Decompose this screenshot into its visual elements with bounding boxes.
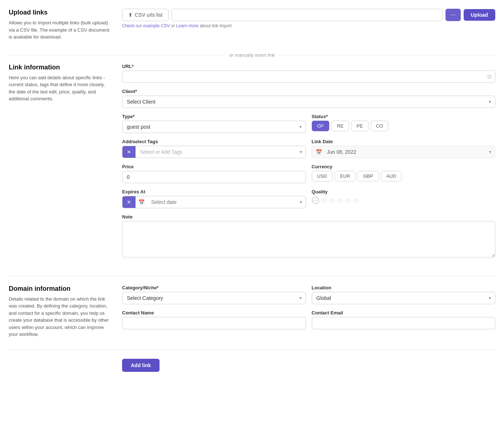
quality-star-5[interactable]: ☆ — [352, 196, 359, 205]
location-select[interactable]: Global — [312, 292, 496, 304]
link-date-group: Link Date 📅 Jun 08, 2022 ▾ — [312, 139, 496, 158]
quality-group: Quality — ☆ ☆ ☆ ☆ ☆ — [312, 189, 496, 208]
category-select[interactable]: Select Category — [122, 292, 306, 304]
url-input-wrapper: ⊡ — [122, 71, 495, 83]
status-re-btn[interactable]: RE — [331, 121, 349, 131]
or-text: or — [171, 23, 175, 28]
status-buttons: OP RE PE CO — [312, 121, 496, 131]
price-currency-row: Price Currency USD EUR GBP AUD — [122, 164, 495, 183]
note-group: Note — [122, 214, 495, 258]
contact-name-group: Contact Name — [122, 310, 306, 329]
currency-eur-btn[interactable]: EUR — [335, 171, 355, 181]
section-divider — [9, 276, 495, 276]
quality-star-2[interactable]: ☆ — [328, 196, 335, 205]
expires-clear-btn[interactable]: ✕ — [122, 196, 136, 208]
type-group: Type* guest post niche edit homepage oth… — [122, 114, 306, 133]
location-group: Location Global — [312, 285, 496, 304]
expires-input[interactable] — [147, 196, 293, 208]
link-date-value: Jun 08, 2022 — [326, 146, 486, 158]
tags-select[interactable]: Select or Add Tags — [136, 146, 296, 158]
tags-chevron-icon: ▾ — [296, 146, 306, 157]
link-info-description: Here you can add details about specific … — [9, 74, 110, 103]
quality-star-1[interactable]: ☆ — [320, 196, 327, 205]
dots-btn[interactable]: ··· — [445, 9, 460, 21]
divider-text: or manually insert link — [229, 52, 275, 58]
link-info-section: Link information Here you can add detail… — [9, 64, 495, 264]
tags-date-row: Add/select Tags ✕ Select or Add Tags ▾ L… — [122, 139, 495, 158]
link-info-title: Link information — [9, 64, 110, 71]
check-csv-link[interactable]: Check our example CSV — [122, 23, 170, 28]
domain-info-title: Domain information — [9, 285, 110, 293]
tags-group: Add/select Tags ✕ Select or Add Tags ▾ — [122, 139, 306, 158]
link-info-left: Link information Here you can add detail… — [9, 64, 110, 264]
contact-email-group: Contact Email — [312, 310, 496, 329]
tags-label: Add/select Tags — [122, 139, 306, 144]
category-group: Category/Niche* Select Category — [122, 285, 306, 304]
location-select-wrapper: Global — [312, 292, 496, 304]
contact-row: Contact Name Contact Email — [122, 310, 495, 329]
contact-name-label: Contact Name — [122, 310, 306, 316]
url-group: URL* ⊡ — [122, 64, 495, 83]
date-chevron-icon: ▾ — [485, 146, 495, 157]
url-label: URL* — [122, 64, 495, 69]
status-pe-btn[interactable]: PE — [351, 121, 368, 131]
quality-label: Quality — [312, 189, 496, 194]
add-link-btn[interactable]: Add link — [122, 359, 160, 372]
client-label: Client* — [122, 89, 495, 94]
client-group: Client* Select Client — [122, 89, 495, 108]
expires-quality-row: Expires At ✕ 📅 ▾ Quality — ☆ ☆ ☆ — [122, 189, 495, 208]
link-date-wrapper: 📅 Jun 08, 2022 ▾ — [312, 146, 496, 158]
currency-buttons: USD EUR GBP AUD — [312, 171, 496, 181]
status-co-btn[interactable]: CO — [371, 121, 389, 131]
add-link-container: Add link — [9, 359, 495, 372]
type-status-row: Type* guest post niche edit homepage oth… — [122, 114, 495, 133]
domain-info-left: Domain information Details related to th… — [9, 285, 110, 338]
csv-links: Check our example CSV or Learn more abou… — [122, 23, 495, 28]
upload-title: Upload links — [9, 9, 110, 16]
about-text: about link import — [199, 23, 231, 28]
currency-aud-btn[interactable]: AUD — [381, 171, 402, 181]
tags-clear-btn[interactable]: ✕ — [122, 146, 136, 158]
currency-gbp-btn[interactable]: GBP — [358, 171, 378, 181]
upload-right: ⬆ CSV urls list ··· Upload Check our exa… — [122, 9, 495, 41]
expires-cal-icon: 📅 — [138, 199, 145, 205]
price-input[interactable] — [122, 171, 306, 183]
status-group: Status* OP RE PE CO — [312, 114, 496, 133]
csv-btn[interactable]: ⬆ CSV urls list — [122, 9, 169, 21]
expires-label: Expires At — [122, 189, 306, 194]
learn-more-link[interactable]: Learn more — [176, 23, 198, 28]
type-select[interactable]: guest post niche edit homepage other — [122, 121, 306, 133]
manual-divider: or manually insert link — [9, 52, 495, 58]
currency-usd-btn[interactable]: USD — [312, 171, 332, 181]
link-info-right: URL* ⊡ Client* Select Client Type* guest… — [122, 64, 495, 264]
status-op-btn[interactable]: OP — [312, 121, 330, 131]
contact-name-input[interactable] — [122, 317, 306, 329]
divider-line-right — [279, 55, 495, 55]
quality-star-4[interactable]: ☆ — [344, 196, 351, 205]
domain-info-description: Details related to the domain on which t… — [9, 296, 110, 338]
quality-star-3[interactable]: ☆ — [336, 196, 343, 205]
bottom-divider — [9, 350, 495, 350]
quality-circle-icon[interactable]: — — [312, 197, 319, 204]
status-label: Status* — [312, 114, 496, 119]
contact-email-input[interactable] — [312, 317, 496, 329]
upload-left: Upload links Allows you to import multip… — [9, 9, 110, 41]
tags-wrapper: ✕ Select or Add Tags ▾ — [122, 146, 306, 158]
note-textarea[interactable] — [122, 221, 495, 257]
expires-wrapper: ✕ 📅 ▾ — [122, 196, 306, 208]
csv-url-input[interactable] — [172, 9, 443, 21]
date-calendar-icon: 📅 — [312, 146, 326, 158]
location-label: Location — [312, 285, 496, 290]
client-select[interactable]: Select Client — [122, 96, 495, 108]
type-select-wrapper: guest post niche edit homepage other — [122, 121, 306, 133]
url-input[interactable] — [122, 71, 495, 83]
upload-row: ⬆ CSV urls list ··· Upload — [122, 9, 495, 21]
quality-stars: — ☆ ☆ ☆ ☆ ☆ — [312, 196, 496, 205]
upload-section: Upload links Allows you to import multip… — [9, 9, 495, 41]
clipboard-icon: ⊡ — [487, 74, 492, 80]
type-label: Type* — [122, 114, 306, 119]
category-label: Category/Niche* — [122, 285, 306, 290]
upload-btn[interactable]: Upload — [464, 9, 495, 21]
expires-inner: 📅 — [136, 196, 296, 208]
divider-line-left — [9, 55, 225, 55]
